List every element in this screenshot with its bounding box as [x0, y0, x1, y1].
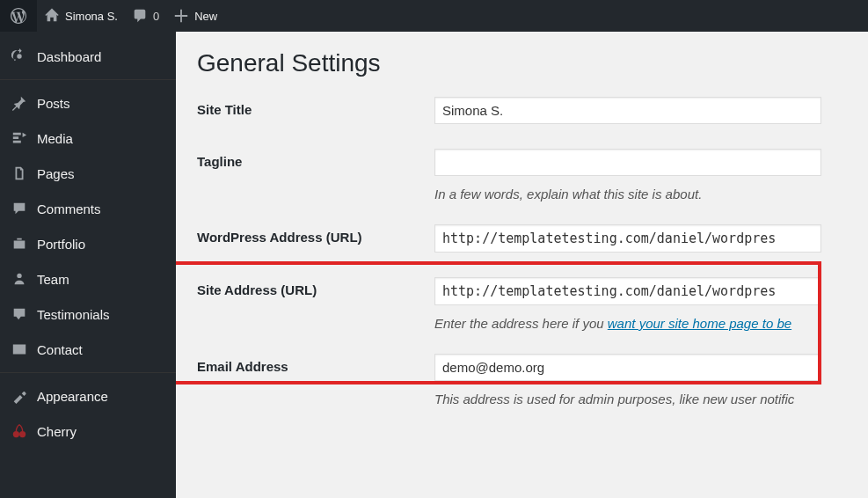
comment-bubble-icon	[132, 8, 148, 24]
input-site-url[interactable]	[434, 277, 821, 305]
row-site-title: Site Title	[197, 97, 847, 124]
sidebar-item-posts[interactable]: Posts	[0, 85, 176, 121]
media-icon	[11, 129, 28, 147]
sidebar-item-label: Team	[37, 272, 69, 287]
sidebar-item-label: Pages	[37, 166, 75, 181]
sidebar-item-label: Dashboard	[37, 49, 101, 64]
team-icon	[11, 270, 28, 288]
menu-separator	[0, 372, 176, 373]
input-email[interactable]	[434, 354, 821, 381]
sidebar-item-dashboard[interactable]: Dashboard	[0, 39, 176, 74]
adminbar-comments-count: 0	[153, 10, 159, 23]
admin-bar: Simona S. 0 New	[0, 0, 868, 32]
sidebar-item-testimonials[interactable]: Testimonials	[0, 297, 176, 332]
pin-icon	[11, 94, 28, 112]
sidebar-item-team[interactable]: Team	[0, 261, 176, 297]
svg-point-2	[19, 431, 26, 437]
sidebar-item-pages[interactable]: Pages	[0, 156, 176, 191]
cherry-icon	[11, 422, 28, 440]
input-wp-url[interactable]	[434, 224, 821, 253]
sidebar-item-portfolio[interactable]: Portfolio	[0, 226, 176, 261]
adminbar-site-name: Simona S.	[65, 10, 118, 23]
desc-tagline: In a few words, explain what this site i…	[434, 187, 847, 201]
svg-point-1	[13, 431, 19, 437]
sidebar-item-label: Cherry	[37, 424, 77, 439]
desc-site-url: Enter the address here if you want your …	[434, 316, 847, 331]
admin-sidebar: Dashboard Posts Media Pages Comments Por…	[0, 32, 176, 498]
input-tagline[interactable]	[434, 149, 821, 176]
svg-point-0	[17, 274, 21, 278]
desc-site-url-prefix: Enter the address here if you	[434, 316, 608, 331]
appearance-icon	[11, 387, 28, 405]
sidebar-item-contact[interactable]: Contact	[0, 332, 176, 367]
contact-icon	[11, 341, 28, 358]
sidebar-item-media[interactable]: Media	[0, 121, 176, 156]
home-icon	[44, 8, 60, 24]
sidebar-item-label: Portfolio	[37, 237, 85, 252]
label-site-title: Site Title	[197, 97, 434, 117]
adminbar-comments[interactable]: 0	[125, 0, 166, 32]
adminbar-new-label: New	[194, 10, 217, 23]
desc-site-url-link[interactable]: want your site home page to be	[608, 316, 791, 331]
portfolio-icon	[11, 235, 28, 253]
row-email: Email Address	[197, 354, 847, 381]
label-tagline: Tagline	[197, 149, 434, 169]
testimonials-icon	[11, 305, 28, 323]
sidebar-item-appearance[interactable]: Appearance	[0, 378, 176, 414]
sidebar-item-label: Comments	[37, 201, 101, 216]
plus-icon	[173, 8, 189, 24]
wordpress-icon	[11, 8, 26, 24]
adminbar-new[interactable]: New	[166, 0, 224, 32]
comment-icon	[11, 200, 28, 217]
row-wp-url: WordPress Address (URL)	[197, 224, 847, 253]
sidebar-item-cherry[interactable]: Cherry	[0, 414, 176, 449]
dashboard-icon	[11, 48, 28, 65]
row-site-url: Site Address (URL)	[197, 277, 847, 305]
label-email: Email Address	[197, 354, 434, 374]
pages-icon	[11, 165, 28, 182]
row-tagline: Tagline	[197, 149, 847, 176]
desc-email: This address is used for admin purposes,…	[434, 392, 847, 406]
sidebar-item-label: Posts	[37, 96, 70, 111]
wordpress-logo[interactable]	[0, 0, 37, 32]
sidebar-item-label: Media	[37, 131, 73, 146]
sidebar-item-label: Appearance	[37, 389, 108, 404]
adminbar-site-link[interactable]: Simona S.	[37, 0, 125, 32]
menu-separator	[0, 79, 176, 80]
page-title: General Settings	[197, 49, 847, 77]
sidebar-item-label: Contact	[37, 342, 83, 357]
label-site-url: Site Address (URL)	[197, 277, 434, 297]
input-site-title[interactable]	[434, 97, 821, 124]
label-wp-url: WordPress Address (URL)	[197, 224, 434, 245]
sidebar-item-label: Testimonials	[37, 307, 110, 322]
main-content: General Settings Site Title Tagline In a…	[176, 32, 868, 498]
sidebar-item-comments[interactable]: Comments	[0, 191, 176, 226]
